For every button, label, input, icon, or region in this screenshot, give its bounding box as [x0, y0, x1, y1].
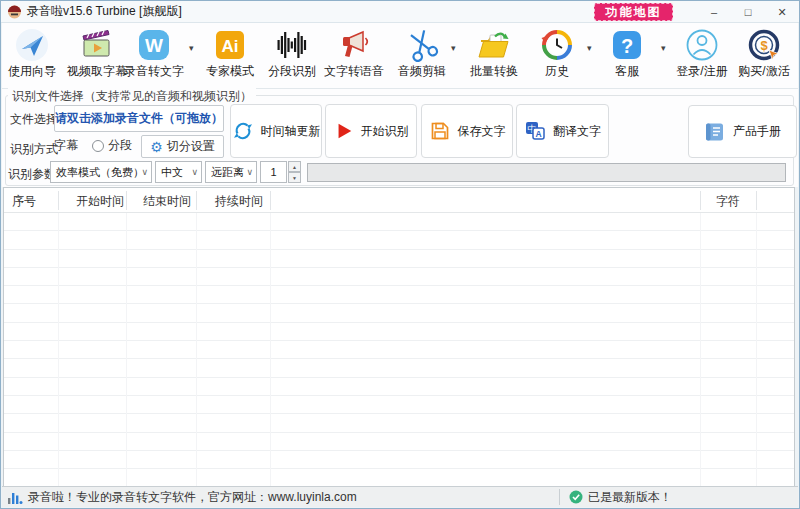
- toolbar-label: 分段识别: [262, 64, 322, 78]
- main-toolbar: 使用向导 视频取字幕 W 录音转文字 ▾ Ai 专家模式 分段识别 文字转语音 …: [2, 23, 798, 89]
- translate-icon: 中A: [524, 120, 546, 142]
- close-button[interactable]: ✕: [765, 1, 799, 23]
- toolbar-label: 录音转文字: [119, 64, 189, 78]
- file-select-label: 文件选择: [10, 111, 58, 128]
- timeline-update-button[interactable]: 时间轴更新: [230, 104, 322, 158]
- app-window: 录音啦v15.6 Turbine [旗舰版] 功能地图 – □ ✕ 使用向导 视…: [0, 0, 800, 509]
- status-left: 录音啦！专业的录音转文字软件，官方网址：www.luyinla.com: [2, 489, 357, 506]
- column-divider: [270, 191, 271, 210]
- scissors-icon: [404, 27, 440, 63]
- chevron-down-icon: ∨: [246, 167, 253, 177]
- column-header-start[interactable]: 开始时间: [76, 193, 124, 210]
- toolbar-label: 使用向导: [2, 64, 62, 78]
- split-settings-button[interactable]: ⚙ 切分设置: [141, 135, 224, 158]
- equalizer-icon: [7, 491, 23, 504]
- column-divider: [756, 191, 757, 210]
- audio-to-text-icon: W: [136, 27, 172, 63]
- spinner-down-button[interactable]: ▼: [288, 172, 301, 183]
- toolbar-item-text-to-speech[interactable]: 文字转语音: [319, 27, 389, 78]
- column-divider: [700, 191, 701, 210]
- svg-text:W: W: [145, 35, 163, 56]
- add-file-button[interactable]: 请双击添加录音文件（可拖放）: [54, 105, 224, 132]
- status-divider: [559, 489, 560, 505]
- video-subtitle-icon: [79, 27, 115, 63]
- language-select[interactable]: 中文∨: [155, 161, 202, 183]
- radio-label: 字幕: [54, 137, 78, 154]
- guide-arrow-icon: [14, 27, 50, 63]
- play-icon: [334, 121, 354, 141]
- progress-bar: [307, 163, 786, 182]
- window-title: 录音啦v15.6 Turbine [旗舰版]: [27, 3, 182, 20]
- toolbar-item-purchase[interactable]: $ 购买/激活: [732, 27, 796, 78]
- status-right: 已是最新版本！: [569, 489, 672, 506]
- window-controls: – □ ✕: [697, 1, 799, 23]
- support-icon: ?: [609, 27, 645, 63]
- mode-select[interactable]: 效率模式（免费）∨: [50, 161, 152, 183]
- column-divider: [126, 191, 127, 210]
- toolbar-item-batch-convert[interactable]: 批量转换: [464, 27, 524, 78]
- user-icon: [684, 27, 720, 63]
- toolbar-label: 专家模式: [200, 64, 260, 78]
- recognize-mode-radios: 字幕 分段: [54, 137, 132, 154]
- radio-subtitle[interactable]: 字幕: [54, 137, 78, 154]
- count-spinner-buttons: ▲ ▼: [288, 161, 301, 183]
- expert-mode-icon: Ai: [212, 27, 248, 63]
- chevron-down-icon[interactable]: ▾: [587, 43, 592, 53]
- toolbar-item-expert-mode[interactable]: Ai 专家模式: [200, 27, 260, 78]
- chevron-down-icon: ∨: [141, 167, 148, 177]
- product-manual-button[interactable]: 产品手册: [688, 105, 797, 158]
- toolbar-label: 客服: [607, 64, 647, 78]
- column-divider: [756, 213, 757, 487]
- recognition-panel: 识别文件选择（支持常见的音频和视频识别） 文件选择 请双击添加录音文件（可拖放）…: [2, 89, 798, 187]
- chevron-down-icon: ∨: [191, 167, 198, 177]
- column-divider: [58, 191, 59, 210]
- button-label: 开始识别: [361, 123, 409, 140]
- button-label: 产品手册: [733, 123, 781, 140]
- count-spinner-input[interactable]: 1: [260, 161, 287, 183]
- select-value: 效率模式（免费）: [56, 165, 144, 180]
- params-label: 识别参数: [8, 166, 56, 183]
- toolbar-label: 文字转语音: [319, 64, 389, 78]
- radio-segment[interactable]: 分段: [92, 137, 132, 154]
- toolbar-item-audio-to-text[interactable]: W 录音转文字: [119, 27, 189, 78]
- toolbar-item-audio-edit[interactable]: 音频剪辑: [392, 27, 452, 78]
- toolbar-item-guide[interactable]: 使用向导: [2, 27, 62, 78]
- toolbar-item-segment-recognize[interactable]: 分段识别: [262, 27, 322, 78]
- maximize-button[interactable]: □: [731, 1, 765, 23]
- toolbar-label: 购买/激活: [732, 64, 796, 78]
- chevron-down-icon[interactable]: ▾: [661, 43, 666, 53]
- column-divider: [126, 213, 127, 487]
- column-header-end[interactable]: 结束时间: [143, 193, 191, 210]
- svg-text:A: A: [535, 129, 541, 139]
- column-header-index[interactable]: 序号: [12, 193, 36, 210]
- waveform-icon: [274, 27, 310, 63]
- groupbox-title: 识别文件选择（支持常见的音频和视频识别）: [8, 88, 256, 105]
- radio-dot: [92, 140, 104, 152]
- batch-folder-icon: [476, 27, 512, 63]
- column-header-chars[interactable]: 字符: [716, 193, 740, 210]
- purchase-icon: $: [746, 27, 782, 63]
- svg-text:Ai: Ai: [222, 37, 239, 56]
- toolbar-label: 批量转换: [464, 64, 524, 78]
- translate-text-button[interactable]: 中A 翻译文字: [516, 104, 609, 158]
- megaphone-icon: [336, 27, 372, 63]
- toolbar-item-history[interactable]: 历史: [537, 27, 577, 78]
- radio-label: 分段: [108, 137, 132, 154]
- column-divider: [270, 213, 271, 487]
- distance-select[interactable]: 远距离∨: [205, 161, 257, 183]
- table-body: [4, 213, 794, 487]
- start-recognize-button[interactable]: 开始识别: [325, 104, 417, 158]
- feature-map-button[interactable]: 功能地图: [594, 3, 673, 21]
- toolbar-item-login[interactable]: 登录/注册: [670, 27, 734, 78]
- minimize-button[interactable]: –: [697, 1, 731, 23]
- title-bar: 录音啦v15.6 Turbine [旗舰版] 功能地图 – □ ✕: [1, 1, 799, 23]
- save-text-button[interactable]: 保存文字: [421, 104, 513, 158]
- toolbar-item-support[interactable]: ? 客服: [607, 27, 647, 78]
- spinner-up-button[interactable]: ▲: [288, 161, 301, 172]
- save-icon: [429, 120, 451, 142]
- refresh-icon: [232, 120, 254, 142]
- chevron-down-icon[interactable]: ▾: [451, 43, 456, 53]
- column-header-duration[interactable]: 持续时间: [215, 193, 263, 210]
- update-check-icon: [569, 490, 583, 504]
- chevron-down-icon[interactable]: ▾: [189, 43, 194, 53]
